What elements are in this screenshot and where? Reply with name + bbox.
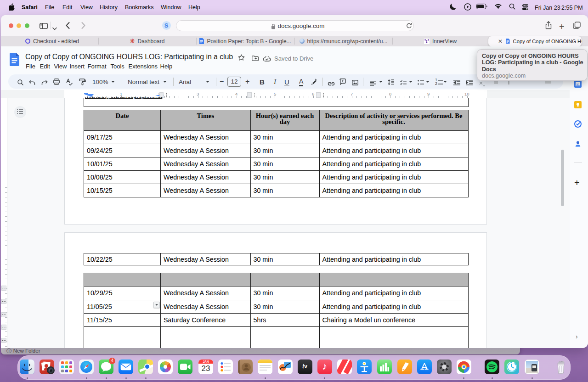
svg-text:31: 31	[576, 83, 580, 86]
